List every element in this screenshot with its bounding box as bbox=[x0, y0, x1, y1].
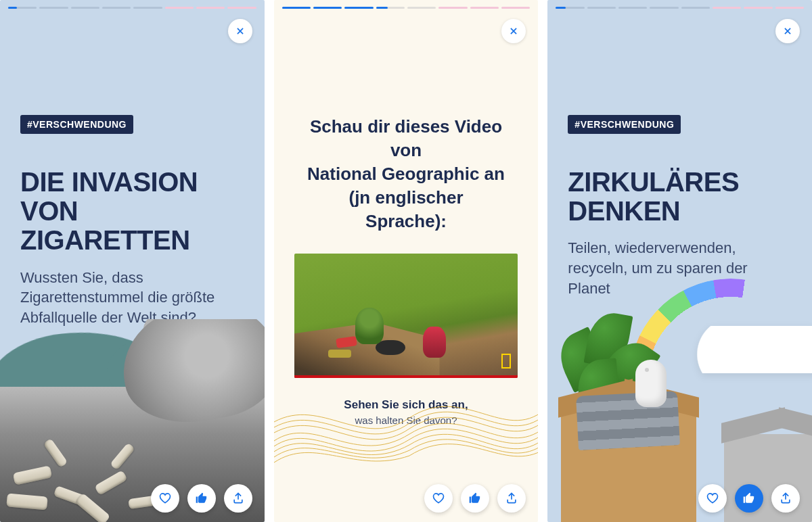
card2-heading-line1: Schau dir dieses Video von bbox=[294, 115, 518, 162]
like-button[interactable] bbox=[461, 484, 489, 513]
card2-content: Schau dir dieses Video von National Geog… bbox=[274, 0, 539, 426]
story-card-1: #VERSCHWENDUNG DIE INVASION VON ZIGARETT… bbox=[0, 0, 265, 522]
card2-heading-line2: National Geographic an bbox=[294, 162, 518, 186]
like-button[interactable] bbox=[735, 484, 763, 513]
story-card-3: #VERSCHWENDUNG ZIRKULÄRES DENKEN Teilen,… bbox=[547, 0, 812, 522]
favorite-button[interactable] bbox=[151, 484, 179, 513]
action-bar bbox=[424, 484, 526, 513]
share-button[interactable] bbox=[771, 484, 800, 513]
thumbs-up-icon bbox=[195, 492, 208, 505]
card2-heading-line3: (jn englischer Sprache): bbox=[294, 186, 518, 233]
heart-icon bbox=[706, 492, 719, 505]
card3-content: #VERSCHWENDUNG ZIRKULÄRES DENKEN Teilen,… bbox=[547, 0, 812, 298]
thumbs-up-icon bbox=[468, 492, 482, 505]
hashtag-badge: #VERSCHWENDUNG bbox=[568, 115, 681, 134]
heart-icon bbox=[432, 492, 445, 505]
like-button[interactable] bbox=[187, 484, 216, 513]
share-icon bbox=[231, 492, 245, 505]
appliance-icon bbox=[635, 360, 667, 407]
hand-holding-cigarette-icon bbox=[102, 319, 265, 421]
favorite-button[interactable] bbox=[698, 484, 727, 513]
favorite-button[interactable] bbox=[424, 484, 453, 513]
story-card-2: Schau dir dieses Video von National Geog… bbox=[274, 0, 539, 522]
card1-content: #VERSCHWENDUNG DIE INVASION VON ZIGARETT… bbox=[0, 0, 265, 328]
video-thumbnail[interactable] bbox=[294, 254, 518, 378]
action-bar bbox=[698, 484, 800, 513]
card3-title: ZIRKULÄRES DENKEN bbox=[568, 168, 792, 226]
share-icon bbox=[505, 492, 518, 505]
thumbs-up-icon bbox=[742, 492, 756, 505]
share-icon bbox=[779, 492, 792, 505]
wave-decoration-icon bbox=[274, 366, 539, 475]
heart-icon bbox=[158, 492, 172, 505]
share-button[interactable] bbox=[497, 484, 526, 513]
share-button[interactable] bbox=[224, 484, 252, 513]
hashtag-badge: #VERSCHWENDUNG bbox=[20, 115, 133, 134]
card1-title: DIE INVASION VON ZIGARETTEN bbox=[20, 168, 244, 256]
action-bar bbox=[151, 484, 252, 513]
